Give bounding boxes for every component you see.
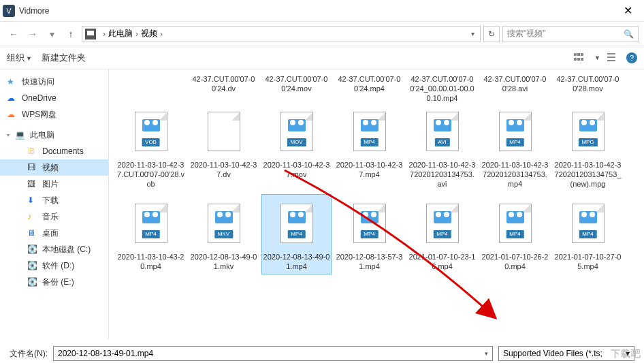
search-placeholder: 搜索"视频"	[507, 28, 546, 40]
search-input[interactable]: 搜索"视频" 🔍	[502, 26, 639, 42]
file-item[interactable]: MPG2020-11-03-10-42-3720201203134753_(ne…	[553, 102, 623, 191]
filter-dropdown[interactable]: Supported Video Files (*.ts; ▾	[498, 346, 634, 361]
file-item[interactable]: 42-37.CUT.00'07-00'28.avi	[480, 72, 550, 99]
file-item[interactable]: 42-37.CUT.00'07-00'24.mov	[261, 72, 332, 99]
filename-label: 文件名(N):	[10, 348, 48, 360]
filename-input[interactable]: 2020-12-08-13-49-01.mp4▾	[53, 346, 493, 361]
close-button[interactable]: ✕	[614, 1, 641, 21]
view-details-button[interactable]	[607, 53, 619, 63]
up-button[interactable]: ↑	[63, 26, 79, 42]
view-icons-button[interactable]	[574, 53, 586, 63]
sidebar-item-wps[interactable]: ☁WPS网盘	[0, 106, 108, 123]
file-item[interactable]: MP42020-12-08-13-57-31.mp4	[334, 194, 404, 274]
file-item[interactable]: VOB2020-11-03-10-42-37.CUT.00'07-00'28.v…	[116, 102, 186, 191]
file-item[interactable]: 2020-11-03-10-42-37.dv	[189, 102, 259, 191]
file-item[interactable]: MP42020-11-03-10-42-37.mp4	[334, 102, 404, 191]
file-item[interactable]: MP42021-01-07-10-26-20.mp4	[480, 194, 550, 274]
pc-icon	[85, 29, 96, 40]
file-item[interactable]: 42-37.CUT.00'07-00'24.dv	[189, 72, 259, 99]
file-item[interactable]: 42-37.CUT.00'07-00'28.mov	[553, 72, 623, 99]
file-item[interactable]: MP42021-01-07-10-27-05.mp4	[553, 194, 623, 274]
sidebar-item-video[interactable]: 🎞视频	[0, 159, 108, 176]
sidebar-item-cdrive[interactable]: 💽本地磁盘 (C:)	[0, 241, 108, 257]
sidebar-item-edrive[interactable]: 💽备份 (E:)	[0, 274, 108, 290]
sidebar-item-pictures[interactable]: 🖼图片	[0, 176, 108, 192]
recent-dropdown[interactable]: ▾	[44, 26, 60, 42]
forward-button[interactable]: →	[25, 26, 41, 42]
breadcrumb[interactable]: › 此电脑 › 视频 › ▾	[82, 26, 481, 42]
view-dropdown[interactable]: ▼	[594, 54, 600, 61]
breadcrumb-pc[interactable]: 此电脑	[108, 28, 133, 40]
sidebar: ★快速访问 ☁OneDrive ☁WPS网盘 ▾💻此电脑 🖹Documents …	[0, 69, 109, 339]
newfolder-button[interactable]: 新建文件夹	[42, 52, 86, 64]
sidebar-item-downloads[interactable]: ⬇下载	[0, 192, 108, 208]
file-item[interactable]: 42-37.CUT.00'07-00'24.mp4	[334, 72, 404, 99]
sidebar-item-music[interactable]: ♪音乐	[0, 208, 108, 225]
sidebar-item-onedrive[interactable]: ☁OneDrive	[0, 90, 108, 106]
file-item[interactable]: MP42020-12-08-13-49-01.mp4	[261, 194, 332, 274]
breadcrumb-loc[interactable]: 视频	[141, 28, 157, 40]
file-item[interactable]: MOV2020-11-03-10-42-37.mov	[261, 102, 332, 191]
file-item[interactable]: MP42020-11-03-10-43-20.mp4	[116, 194, 186, 274]
refresh-button[interactable]: ↻	[483, 26, 500, 42]
breadcrumb-dropdown[interactable]: ▾	[468, 30, 477, 37]
organize-menu[interactable]: 组织▼	[7, 52, 32, 64]
sidebar-item-pc[interactable]: ▾💻此电脑	[0, 127, 108, 143]
search-icon: 🔍	[624, 29, 634, 39]
sidebar-item-quickaccess[interactable]: ★快速访问	[0, 74, 108, 90]
help-button[interactable]: ?	[626, 52, 637, 63]
file-item[interactable]: MP42021-01-07-10-23-16.mp4	[407, 194, 477, 274]
file-item[interactable]: 42-37.CUT.00'07-00'24_00.00.01-00.00.10.…	[407, 72, 477, 99]
file-item[interactable]: MKV2020-12-08-13-49-01.mkv	[189, 194, 259, 274]
sidebar-item-documents[interactable]: 🖹Documents	[0, 143, 108, 159]
app-icon: V	[3, 5, 15, 17]
file-pane: 42-37.CUT.00'07-00'24.dv 42-37.CUT.00'07…	[109, 69, 644, 339]
file-item[interactable]: MP42020-11-03-10-42-3720201203134753.mp4	[480, 102, 550, 191]
sidebar-item-desktop[interactable]: 🖥桌面	[0, 225, 108, 241]
back-button[interactable]: ←	[5, 26, 22, 42]
window-title: Vidmore	[19, 6, 49, 16]
sidebar-item-ddrive[interactable]: 💽软件 (D:)	[0, 257, 108, 274]
file-item[interactable]: AVI2020-11-03-10-42-3720201203134753.avi	[407, 102, 477, 191]
